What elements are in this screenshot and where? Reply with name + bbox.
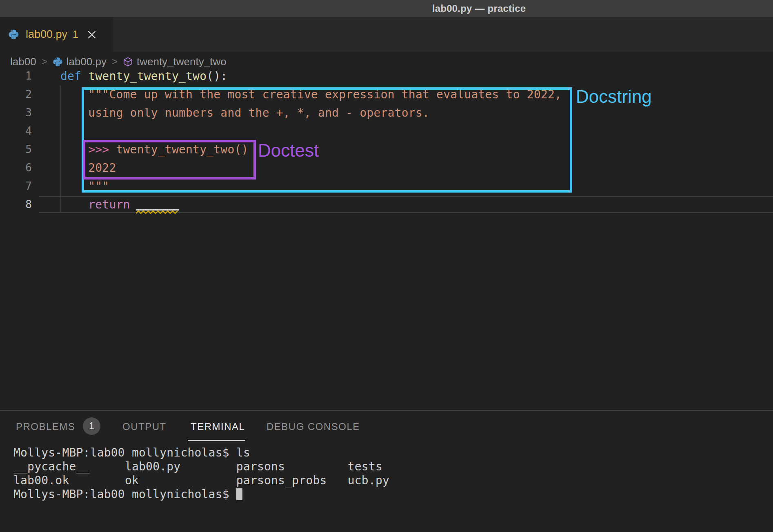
tab-lab00-py[interactable]: lab00.py 1 [0, 17, 113, 52]
line-number: 2 [0, 85, 32, 104]
terminal-line: __pycache__ lab00.py parsons tests [13, 460, 382, 474]
line-number: 5 [0, 140, 32, 159]
doctest-annotation-label: Doctest [258, 140, 319, 161]
tab-modified-badge: 1 [73, 29, 78, 40]
python-file-icon [53, 57, 63, 67]
symbol-namespace-cube-icon [123, 57, 133, 67]
warning-squiggle [136, 210, 179, 215]
panel-separator [0, 410, 773, 411]
panel-tab-problems[interactable]: PROBLEMS [16, 421, 75, 433]
panel-tab-output[interactable]: OUTPUT [122, 421, 167, 433]
doctest-annotation-box [83, 140, 256, 180]
keyword-def: def [60, 69, 88, 83]
line-number: 7 [0, 177, 32, 195]
chevron-right-icon: > [112, 56, 118, 67]
panel-tab-terminal[interactable]: TERMINAL [191, 421, 245, 433]
punctuation: (): [207, 69, 227, 83]
line-number: 3 [0, 104, 32, 122]
terminal-prompt-line[interactable]: Mollys-MBP:lab00 mollynicholas$ [13, 488, 242, 501]
chevron-right-icon: > [42, 56, 47, 67]
code-line-8[interactable]: return [60, 195, 130, 214]
terminal-line: Mollys-MBP:lab00 mollynicholas$ ls [13, 446, 250, 460]
line-number: 1 [0, 67, 32, 85]
active-panel-tab-underline [188, 440, 245, 441]
window-title: lab00.py — practice [432, 0, 526, 17]
function-name: twenty_twenty_two [88, 69, 207, 83]
breadcrumb-item-file[interactable]: lab00.py [67, 55, 107, 68]
problems-count-badge: 1 [83, 417, 100, 435]
editor-tab-bar: lab00.py 1 [0, 17, 773, 52]
python-file-icon [8, 29, 19, 40]
tab-filename: lab00.py [26, 28, 67, 41]
line-number-active: 8 [0, 195, 32, 214]
title-bar: lab00.py — practice [0, 0, 773, 17]
terminal-line: lab00.ok ok parsons_probs ucb.py [13, 474, 389, 488]
tab-close-icon[interactable] [87, 30, 97, 40]
line-number: 6 [0, 159, 32, 177]
terminal-cursor [236, 488, 242, 500]
breadcrumb-item-folder[interactable]: lab00 [10, 55, 36, 68]
panel-tab-debug-console[interactable]: DEBUG CONSOLE [267, 421, 360, 433]
line-number: 4 [0, 122, 32, 140]
terminal-prompt-text: Mollys-MBP:lab00 mollynicholas$ [13, 488, 236, 501]
docstring-annotation-label: Docstring [576, 86, 652, 107]
code-line-1[interactable]: def twenty_twenty_two(): [60, 67, 227, 85]
vscode-window: lab00.py — practice lab00.py 1 lab00 > l… [0, 0, 773, 532]
breadcrumb-item-symbol[interactable]: twenty_twenty_two [137, 55, 227, 68]
keyword-return: return [60, 198, 130, 211]
